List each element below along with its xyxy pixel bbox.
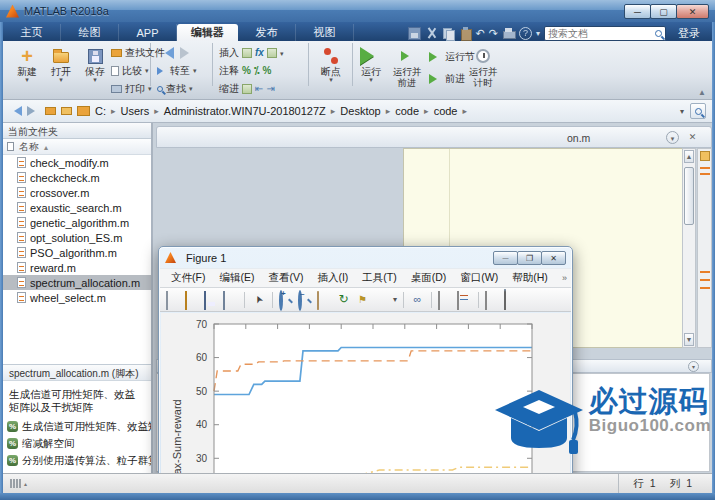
show-plot-tools-icon[interactable] (504, 292, 519, 307)
redo-icon[interactable]: ↷ (489, 27, 498, 40)
scroll-down-icon[interactable]: ▼ (684, 333, 694, 346)
figure-menu-帮助[interactable]: 帮助(H) (505, 271, 555, 285)
status-busy-indicator[interactable] (10, 479, 27, 488)
undo-icon[interactable]: ↶ (476, 27, 485, 40)
print-button[interactable]: 打印 (111, 81, 152, 96)
new-button[interactable]: + 新建 (11, 46, 43, 83)
save-figure-icon[interactable] (204, 292, 219, 307)
tab-发布[interactable]: 发布 (238, 24, 296, 41)
docmap-warning-mark[interactable] (700, 279, 710, 281)
advance-button[interactable]: 前进 (429, 71, 465, 86)
link-plot-icon[interactable] (410, 292, 425, 307)
file-item[interactable]: PSO_algorithm.m (3, 245, 151, 260)
open-file-icon[interactable] (185, 292, 200, 307)
tab-APP[interactable]: APP (119, 24, 177, 41)
docmap-warning-mark[interactable] (700, 173, 710, 175)
uncomment-icon[interactable]: ⁒ (254, 65, 260, 76)
file-item[interactable]: crossover.m (3, 185, 151, 200)
save-icon[interactable] (408, 27, 421, 40)
menu-overflow-icon[interactable]: » (562, 273, 567, 283)
indent-row[interactable]: 缩进 ⇤ ⇥ (219, 81, 275, 96)
scrollbar-thumb[interactable] (684, 167, 694, 225)
tab-主页[interactable]: 主页 (3, 24, 61, 41)
insert-fx-icon[interactable]: fx (255, 47, 264, 58)
doc-search-input[interactable] (548, 28, 655, 39)
tab-视图[interactable]: 视图 (296, 24, 354, 41)
command-pane-menu-icon[interactable] (688, 361, 699, 372)
indent-left-icon[interactable]: ⇤ (255, 83, 263, 94)
pan-hand-icon[interactable] (317, 292, 332, 307)
breadcrumb-segment[interactable]: C: (95, 105, 106, 117)
goto-button[interactable]: 转至 (157, 63, 197, 78)
figure-restore-button[interactable] (517, 251, 542, 265)
indent-right-icon[interactable]: ⇥ (266, 83, 274, 94)
compare-button[interactable]: 比较 (111, 63, 149, 78)
maximize-button[interactable] (650, 4, 677, 19)
comment-icon[interactable]: % (242, 65, 251, 76)
login-button[interactable]: 登录 (670, 26, 708, 41)
save-button[interactable]: 保存 (79, 46, 111, 83)
hide-plot-tools-icon[interactable] (485, 292, 500, 307)
tab-编辑器[interactable]: 编辑器 (177, 24, 238, 41)
cut-icon[interactable] (425, 27, 438, 40)
nav-forward-icon[interactable] (27, 106, 40, 116)
figure-menu-编辑[interactable]: 编辑(E) (212, 271, 261, 285)
insert-image-icon[interactable] (267, 48, 277, 58)
breadcrumb-segment[interactable]: Desktop (340, 105, 380, 117)
quick-access-dropdown-icon[interactable]: ▾ (536, 29, 540, 38)
print-figure-icon[interactable] (223, 292, 238, 307)
address-dropdown-icon[interactable]: ▾ (680, 107, 684, 116)
brush-icon[interactable] (374, 292, 389, 307)
help-icon[interactable] (519, 27, 532, 40)
breakpoints-button[interactable]: 断点 (315, 46, 347, 83)
figure-minimize-button[interactable] (493, 251, 518, 265)
file-item[interactable]: exaustic_search.m (3, 200, 151, 215)
forward-icon[interactable] (180, 47, 195, 59)
breadcrumb-segment[interactable]: Users (121, 105, 150, 117)
pointer-icon[interactable] (251, 292, 266, 307)
zoom-out-icon[interactable]: – (298, 292, 313, 307)
breadcrumb-segment[interactable]: code (395, 105, 419, 117)
address-search-button[interactable] (690, 103, 706, 119)
figure-menu-插入[interactable]: 插入(I) (310, 271, 355, 285)
file-item[interactable]: reward.m (3, 260, 151, 275)
figure-menu-文件[interactable]: 文件(F) (164, 271, 212, 285)
editor-scrollbar[interactable]: ▲ ▼ (682, 148, 696, 348)
minimize-button[interactable] (624, 4, 651, 19)
paste-icon[interactable] (459, 27, 472, 40)
insert-section-icon[interactable] (242, 48, 252, 58)
section-item[interactable]: %生成信道可用性矩阵、效益矩... (3, 418, 151, 435)
up-folder-icon[interactable] (45, 107, 56, 115)
copy-icon[interactable] (442, 27, 455, 40)
ribbon-collapse-icon[interactable]: ▲ (698, 88, 706, 97)
figure-menu-查看[interactable]: 查看(V) (261, 271, 310, 285)
close-button[interactable] (676, 4, 709, 19)
name-column-header[interactable]: 名称 (3, 139, 151, 155)
figure-menu-工具[interactable]: 工具(T) (355, 271, 403, 285)
browse-folder-icon[interactable] (61, 107, 72, 115)
editor-document-map[interactable] (697, 148, 712, 348)
run-advance-button[interactable]: 运行并前进 (389, 46, 425, 88)
insert-row[interactable]: 插入 fx (219, 45, 283, 60)
file-item[interactable]: check_modify.m (3, 155, 151, 170)
scroll-up-icon[interactable]: ▲ (684, 150, 694, 163)
editor-close-icon[interactable] (686, 131, 699, 144)
zoom-in-icon[interactable]: + (279, 292, 294, 307)
figure-close-button[interactable] (541, 251, 566, 265)
rotate-3d-icon[interactable] (336, 292, 351, 307)
back-icon[interactable] (159, 47, 174, 59)
doc-search-box[interactable] (544, 26, 666, 41)
wrap-comment-icon[interactable]: % (262, 65, 271, 76)
brush-dropdown-icon[interactable]: ▾ (393, 295, 397, 304)
breadcrumb[interactable]: C:▸Users▸Administrator.WIN7U-20180127Z▸D… (95, 105, 472, 117)
breadcrumb-segment[interactable]: code (434, 105, 458, 117)
back-forward-buttons[interactable] (159, 45, 195, 60)
data-cursor-icon[interactable] (355, 292, 370, 307)
smart-indent-icon[interactable] (242, 84, 252, 94)
figure-menu-窗口[interactable]: 窗口(W) (453, 271, 505, 285)
editor-tab-title[interactable]: on.m (567, 132, 590, 144)
run-button[interactable]: 运行 (355, 46, 387, 83)
comment-row[interactable]: 注释 % ⁒ % (219, 63, 271, 78)
print-icon[interactable] (502, 27, 515, 40)
docmap-warning-mark[interactable] (700, 287, 710, 289)
